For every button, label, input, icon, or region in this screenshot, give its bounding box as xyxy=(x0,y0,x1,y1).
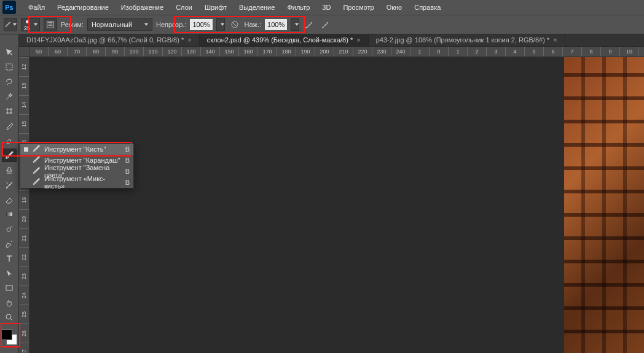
tool-wand[interactable] xyxy=(2,90,17,103)
chevron-down-icon xyxy=(13,23,17,26)
menu-фильтр[interactable]: Фильтр xyxy=(281,1,316,14)
pressure-size-icon[interactable] xyxy=(319,18,331,31)
flyout-label: Инструмент "Кисть" xyxy=(44,145,122,153)
tool-type[interactable] xyxy=(2,252,17,265)
brush-preview-dot xyxy=(23,18,31,25)
options-bar: 25 Режим: Нормальный Непрозр.: 100% Наж.… xyxy=(0,15,644,34)
tab-close-icon[interactable]: × xyxy=(553,36,557,44)
svg-rect-3 xyxy=(6,64,12,70)
brush-size-value: 25 xyxy=(24,25,30,31)
tool-marquee[interactable] xyxy=(2,60,17,74)
tab-close-icon[interactable]: × xyxy=(356,36,360,44)
opacity-label: Непрозр.: xyxy=(156,21,186,28)
image-content xyxy=(564,57,644,353)
tool-history-brush[interactable] xyxy=(2,178,17,192)
tab-label: DI14FYJX0AAzOa3.jpg @ 66,7% (Слой 0, RGB… xyxy=(26,36,184,44)
tool-pen[interactable] xyxy=(2,237,17,250)
document-tab-bar: DI14FYJX0AAzOa3.jpg @ 66,7% (Слой 0, RGB… xyxy=(19,34,644,47)
flyout-item[interactable]: Инструмент «Микс-кисть»B xyxy=(20,177,133,188)
opacity-input[interactable]: 100% xyxy=(190,19,212,30)
foreground-color[interactable] xyxy=(1,329,12,340)
tool-lasso[interactable] xyxy=(2,75,17,88)
tool-rectangle[interactable] xyxy=(2,281,17,295)
tool-move[interactable] xyxy=(2,45,17,59)
tab-label: склон2.psd @ 439% (Беседка, Слой-маска/8… xyxy=(207,36,353,44)
document-tab[interactable]: DI14FYJX0AAzOa3.jpg @ 66,7% (Слой 0, RGB… xyxy=(19,34,200,46)
ruler-origin[interactable] xyxy=(19,47,29,57)
tools-panel xyxy=(0,34,19,353)
svg-point-5 xyxy=(7,228,10,231)
color-replace-icon xyxy=(32,166,41,176)
tool-brush[interactable] xyxy=(2,149,17,162)
tool-gradient[interactable] xyxy=(2,208,17,221)
app-logo[interactable]: Ps xyxy=(2,1,16,14)
tool-dodge[interactable] xyxy=(2,222,17,236)
blend-mode-select[interactable]: Нормальный xyxy=(87,18,152,31)
svg-point-7 xyxy=(6,314,11,319)
chevron-down-icon xyxy=(34,23,37,26)
menu-редактирование[interactable]: Редактирование xyxy=(51,1,115,14)
menu-справка[interactable]: Справка xyxy=(408,1,447,14)
flow-input[interactable]: 100% xyxy=(265,19,287,30)
menu-выделение[interactable]: Выделение xyxy=(233,1,281,14)
menu-3d[interactable]: 3D xyxy=(316,1,337,14)
pressure-opacity-icon[interactable] xyxy=(229,18,241,31)
svg-rect-6 xyxy=(6,285,12,290)
flow-label: Наж.: xyxy=(245,21,262,28)
flyout-label: Инструмент «Микс-кисть» xyxy=(44,175,122,190)
menu-слои[interactable]: Слои xyxy=(170,1,198,14)
horizontal-ruler[interactable]: 5060708090100110120130140150160170180190… xyxy=(29,47,644,57)
tool-crop[interactable] xyxy=(2,104,17,118)
svg-point-2 xyxy=(305,27,307,28)
tool-spot-heal[interactable] xyxy=(2,134,17,147)
document-canvas[interactable] xyxy=(29,57,644,353)
airbrush-icon[interactable] xyxy=(303,18,315,31)
tool-eraser[interactable] xyxy=(2,193,17,206)
menu-просмотр[interactable]: Просмотр xyxy=(337,1,380,14)
vertical-ruler[interactable]: 1213141516171819202122232425262728 xyxy=(19,57,29,353)
document-tab[interactable]: склон2.psd @ 439% (Беседка, Слой-маска/8… xyxy=(200,34,369,46)
flyout-label: Инструмент "Карандаш" xyxy=(44,157,122,164)
flyout-shortcut: B xyxy=(125,157,130,164)
menu-шрифт[interactable]: Шрифт xyxy=(198,1,233,14)
chevron-down-icon xyxy=(144,23,148,26)
brush-icon xyxy=(32,144,41,154)
pencil-icon xyxy=(32,155,41,165)
tool-path-select[interactable] xyxy=(2,266,17,280)
brush-tool-flyout: Инструмент "Кисть"BИнструмент "Карандаш"… xyxy=(20,143,134,188)
brush-panel-toggle[interactable] xyxy=(44,18,57,31)
flyout-shortcut: B xyxy=(125,145,130,153)
opacity-dropdown[interactable] xyxy=(216,18,225,31)
tool-hand[interactable] xyxy=(2,296,17,309)
color-swatches[interactable] xyxy=(1,329,17,345)
menu-файл[interactable]: Файл xyxy=(22,1,51,14)
tool-stamp[interactable] xyxy=(2,163,17,177)
tab-label: p43-2.jpg @ 108% (Прямоугольник 1 копия … xyxy=(376,36,550,44)
flow-dropdown[interactable] xyxy=(291,18,299,31)
chevron-down-icon xyxy=(295,23,299,26)
chevron-down-icon xyxy=(221,23,224,26)
canvas-area: 5060708090100110120130140150160170180190… xyxy=(19,47,644,353)
menu-окно[interactable]: Окно xyxy=(380,1,409,14)
tab-close-icon[interactable]: × xyxy=(187,36,191,44)
flyout-shortcut: B xyxy=(125,168,130,175)
tool-eyedropper[interactable] xyxy=(2,119,17,133)
flyout-item[interactable]: Инструмент "Кисть"B xyxy=(20,144,133,155)
document-tab[interactable]: p43-2.jpg @ 108% (Прямоугольник 1 копия … xyxy=(369,34,565,46)
mode-label: Режим: xyxy=(61,21,84,28)
svg-rect-4 xyxy=(6,212,12,216)
blend-mode-value: Нормальный xyxy=(92,21,132,28)
brush-preset-picker[interactable]: 25 xyxy=(21,18,40,31)
selected-marker xyxy=(24,147,28,152)
flyout-shortcut: B xyxy=(125,179,130,186)
current-tool-preset[interactable] xyxy=(4,18,17,31)
menu-изображение[interactable]: Изображение xyxy=(115,1,170,14)
tool-zoom[interactable] xyxy=(2,311,17,324)
mixer-brush-icon xyxy=(32,177,41,187)
menu-bar: Ps ФайлРедактированиеИзображениеСлоиШриф… xyxy=(0,0,644,15)
